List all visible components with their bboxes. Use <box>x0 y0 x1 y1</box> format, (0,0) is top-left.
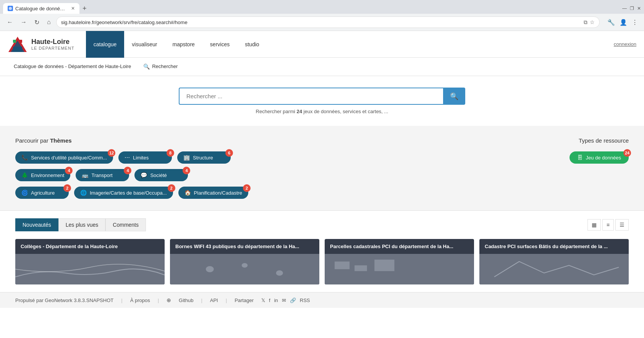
url-text: sig.hauteloire.fr/geonetwork/srv/fre/cat… <box>61 20 581 25</box>
bookmark-icon[interactable]: ☆ <box>590 19 595 25</box>
theme-transport[interactable]: 🚌 Transport 4 <box>76 169 129 181</box>
card-image-4 <box>479 254 629 284</box>
url-bar[interactable]: sig.hauteloire.fr/geonetwork/srv/fre/cat… <box>56 16 600 28</box>
footer-partager-text: Partager <box>235 297 254 303</box>
tab-nouveautes[interactable]: Nouveautés <box>15 218 58 231</box>
tree-icon: 🌲 <box>21 172 28 178</box>
theme-services-utilite[interactable]: 📞 Services d'utilité publique/Comm... 12 <box>15 151 113 164</box>
house-icon: 🏠 <box>184 190 191 196</box>
nav-item-visualiseur[interactable]: visualiseur <box>124 31 165 58</box>
email-icon[interactable]: ✉ <box>282 297 286 303</box>
cards-grid: Collèges - Département de la Haute-Loire… <box>15 239 629 284</box>
back-button[interactable]: ← <box>5 17 15 27</box>
extensions-button[interactable]: 🔧 <box>606 17 616 28</box>
search-button[interactable]: 🔍 <box>443 88 465 105</box>
minimize-button[interactable]: — <box>622 6 627 11</box>
theme-count-societe: 4 <box>183 167 190 174</box>
rss-icon[interactable]: RSS <box>300 297 310 303</box>
overflow-button[interactable]: ⋮ <box>630 17 639 28</box>
card-image-2 <box>170 254 319 284</box>
resource-jeu-donnees[interactable]: 🗄 Jeu de données 24 <box>570 151 629 164</box>
restore-button[interactable]: ❐ <box>630 6 634 11</box>
themes-row-1: 📞 Services d'utilité publique/Comm... 12… <box>15 151 248 164</box>
theme-environnement[interactable]: 🌲 Environnement 4 <box>15 169 70 181</box>
tab-plus-vues[interactable]: Les plus vues <box>58 218 106 231</box>
theme-count-environnement: 4 <box>65 167 73 174</box>
forward-button[interactable]: → <box>18 17 29 27</box>
svg-rect-15 <box>374 260 394 271</box>
footer-sep-4: | <box>226 297 227 303</box>
facebook-icon[interactable]: f <box>269 297 270 303</box>
footer-about-link[interactable]: À propos <box>130 297 150 303</box>
close-button[interactable]: ✕ <box>637 6 641 11</box>
svg-point-10 <box>242 263 248 268</box>
resource-types-section: 🗄 Jeu de données 24 <box>570 151 629 199</box>
sub-nav: Catalogue de données - Département de Ha… <box>0 58 644 76</box>
nav-item-studio[interactable]: studio <box>237 31 267 58</box>
themes-row-3: 🌀 Agriculture 2 🌐 Imagerie/Cartes de bas… <box>15 187 248 199</box>
connexion-link[interactable]: connexion <box>614 41 636 47</box>
theme-count-planification: 2 <box>243 184 251 192</box>
home-button[interactable]: ⌂ <box>45 17 53 27</box>
twitter-icon[interactable]: 𝕏 <box>261 297 265 303</box>
new-tab-button[interactable]: + <box>79 5 90 13</box>
svg-marker-3 <box>13 47 22 52</box>
list-icon: ≡ <box>607 222 610 228</box>
bus-icon: 🚌 <box>82 172 88 178</box>
tab-favicon <box>8 6 13 11</box>
nav-item-catalogue[interactable]: catalogue <box>86 31 125 58</box>
svg-rect-6 <box>19 40 22 43</box>
theme-planification[interactable]: 🏠 Planification/Cadastre 2 <box>178 187 248 199</box>
link-icon[interactable]: 🔗 <box>290 297 296 303</box>
browse-title: Parcourir par Thèmes <box>15 137 72 144</box>
search-hint: Rechercher parmi 24 jeux de données, ser… <box>256 109 388 114</box>
data-card-1[interactable]: Collèges - Département de la Haute-Loire <box>15 239 165 284</box>
theme-limites[interactable]: ⋯ Limites 8 <box>118 151 172 164</box>
data-card-3[interactable]: Parcelles cadastrales PCI du département… <box>325 239 474 284</box>
grid-icon: ▦ <box>592 222 597 228</box>
list-view-button[interactable]: ≡ <box>602 219 614 231</box>
data-card-4[interactable]: Cadastre PCI surfaces Bâtis du départeme… <box>479 239 629 284</box>
svg-rect-8 <box>170 254 319 284</box>
sub-nav-catalogue-home[interactable]: Catalogue de données - Département de Ha… <box>8 58 137 76</box>
window-controls: — ❐ ✕ <box>622 6 641 11</box>
search-section: 🔍 Rechercher parmi 24 jeux de données, s… <box>0 76 644 126</box>
active-tab[interactable]: Catalogue de données - Départ... ✕ <box>3 3 79 14</box>
svg-rect-16 <box>479 254 629 284</box>
compact-view-button[interactable]: ☰ <box>615 219 629 231</box>
theme-agriculture[interactable]: 🌀 Agriculture 2 <box>15 187 69 199</box>
tab-comments[interactable]: Comments <box>105 218 146 231</box>
profile-button[interactable]: 👤 <box>618 17 629 28</box>
theme-count-transport: 4 <box>124 167 131 174</box>
grid-view-button[interactable]: ▦ <box>587 219 601 231</box>
browse-body: 📞 Services d'utilité publique/Comm... 12… <box>15 151 629 199</box>
theme-imagerie[interactable]: 🌐 Imagerie/Cartes de base/Occupa... 2 <box>74 187 173 199</box>
theme-count-structure: 6 <box>225 149 233 157</box>
tab-close-button[interactable]: ✕ <box>71 6 75 11</box>
tabs-header: Nouveautés Les plus vues Comments ▦ ≡ ☰ <box>15 218 629 231</box>
data-card-2[interactable]: Bornes WIFI 43 publiques du département … <box>170 239 319 284</box>
logo-line2: LE DÉPARTEMENT <box>31 46 74 50</box>
nav-item-mapstore[interactable]: mapstore <box>165 31 202 58</box>
card-title-2: Bornes WIFI 43 publiques du département … <box>170 239 319 254</box>
linkedin-icon[interactable]: in <box>274 297 278 303</box>
theme-societe[interactable]: 💬 Société 4 <box>134 169 188 181</box>
translate-icon[interactable]: ⧉ <box>584 19 587 26</box>
search-input[interactable] <box>179 88 443 105</box>
refresh-button[interactable]: ↻ <box>32 17 42 28</box>
logo-icon <box>8 36 28 53</box>
search-button-icon: 🔍 <box>450 93 458 100</box>
nav-item-services[interactable]: services <box>202 31 237 58</box>
card-image-1 <box>15 254 165 284</box>
sub-nav-search[interactable]: 🔍 Rechercher <box>137 58 184 76</box>
footer-sep-1: | <box>121 297 122 303</box>
resource-types-title: Types de ressource <box>579 137 629 144</box>
browse-header: Parcourir par Thèmes Types de ressource <box>15 137 629 144</box>
theme-structure[interactable]: 🏢 Structure 6 <box>177 151 231 164</box>
structure-icon: 🏢 <box>183 154 190 161</box>
footer-github-link[interactable]: Github <box>179 297 193 303</box>
browser-actions: 🔧 👤 ⋮ <box>606 17 639 28</box>
footer-api-link[interactable]: API <box>210 297 218 303</box>
browser-chrome: Catalogue de données - Départ... ✕ + — ❐… <box>0 0 644 31</box>
logo-line1: Haute-Loire <box>31 38 74 46</box>
